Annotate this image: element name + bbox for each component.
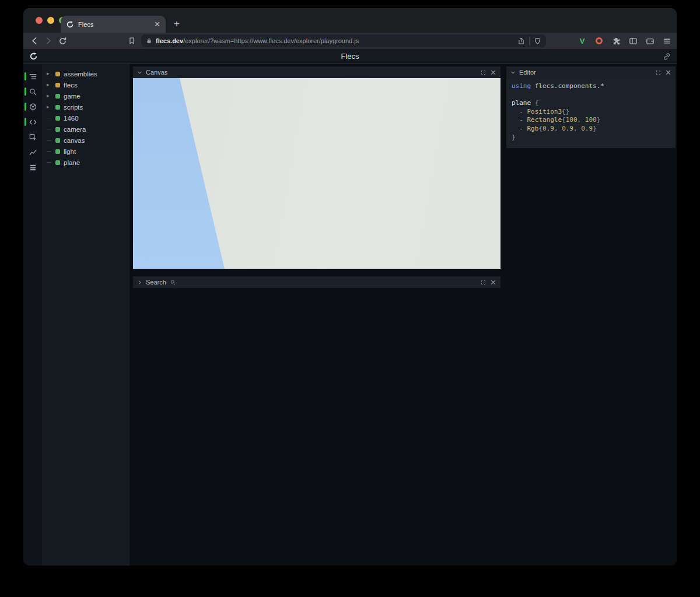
entity-label: camera — [64, 126, 86, 133]
browser-window: Flecs ✕ + flecs.dev/explorer/?wasm=https… — [23, 8, 677, 566]
code-line: plane { — [512, 99, 670, 108]
tab-favicon-flecs-logo-icon — [66, 20, 74, 29]
extensions-cluster: V — [577, 33, 672, 49]
close-icon[interactable]: ✕ — [665, 69, 671, 76]
canvas-panel-title: Canvas — [146, 69, 167, 76]
tab-close-icon[interactable]: ✕ — [154, 20, 160, 28]
tree-item-game[interactable]: ▸game — [42, 90, 130, 101]
editor-panel: Editor ✕ using flecs.components.* plane … — [506, 66, 676, 148]
expand-chevron-icon[interactable]: ▸ — [47, 93, 52, 99]
tree-item-camera[interactable]: camera — [42, 124, 130, 135]
search-panel-title: Search — [146, 279, 166, 286]
browser-toolbar: flecs.dev/explorer/?wasm=https://www.fle… — [23, 33, 677, 49]
expand-chevron-icon[interactable]: ▸ — [47, 82, 52, 87]
editor-code[interactable]: using flecs.components.* plane { - Posit… — [506, 78, 676, 148]
chevron-down-icon[interactable] — [510, 70, 516, 75]
entity-label: assemblies — [64, 71, 97, 78]
close-icon[interactable]: ✕ — [490, 279, 496, 286]
new-tab-button[interactable]: + — [170, 17, 183, 30]
divider — [529, 37, 530, 45]
tree-item-canvas[interactable]: canvas — [42, 135, 130, 146]
code-line: } — [512, 134, 670, 142]
chevron-down-icon[interactable] — [137, 70, 142, 75]
entity-label: game — [64, 93, 80, 100]
rail-search-icon[interactable] — [23, 84, 42, 99]
tree-item-plane[interactable]: plane — [42, 157, 130, 168]
code-line: using flecs.components.* — [512, 82, 670, 91]
tree-item-flecs[interactable]: ▸flecs — [42, 79, 130, 90]
fullscreen-icon[interactable] — [655, 69, 662, 76]
canvas-sky-region — [133, 78, 501, 269]
rail-inspector-icon[interactable] — [23, 129, 42, 145]
tree-item-scripts[interactable]: ▸scripts — [42, 101, 130, 113]
close-window-button[interactable] — [36, 17, 43, 24]
forward-button[interactable] — [41, 34, 55, 48]
rail-stats-icon[interactable] — [23, 160, 42, 175]
search-panel-header[interactable]: Search ✕ — [133, 276, 501, 288]
reload-button[interactable] — [55, 34, 69, 48]
url-text: flecs.dev/explorer/?wasm=https://www.fle… — [156, 37, 514, 44]
chevron-right-icon[interactable] — [137, 280, 142, 285]
expand-chevron-icon[interactable]: ▸ — [47, 71, 52, 76]
extension-red-icon[interactable] — [594, 36, 604, 46]
icon-rail — [23, 64, 42, 566]
address-bar[interactable]: flecs.dev/explorer/?wasm=https://www.fle… — [141, 34, 546, 47]
search-magnifier-icon — [170, 279, 176, 286]
canvas-panel-header[interactable]: Canvas ✕ — [133, 66, 501, 78]
search-panel: Search ✕ — [133, 276, 501, 288]
close-icon[interactable]: ✕ — [490, 69, 496, 76]
brave-shield-icon[interactable] — [534, 37, 541, 45]
entity-color-square — [55, 116, 60, 121]
tree-item-1460[interactable]: 1460 — [42, 113, 130, 124]
share-icon[interactable] — [517, 37, 525, 45]
address-bar-actions — [517, 37, 541, 45]
sidebar-toggle-icon[interactable] — [628, 36, 638, 46]
fullscreen-icon[interactable] — [480, 279, 487, 286]
rail-chart-icon[interactable] — [23, 145, 42, 160]
entity-color-square — [55, 149, 60, 154]
rail-cube-icon[interactable] — [23, 99, 42, 114]
app-header: Flecs — [23, 49, 677, 64]
tab-strip: Flecs ✕ + — [23, 8, 677, 33]
flecs-explorer-app: Flecs — [23, 49, 677, 566]
tree-item-assemblies[interactable]: ▸assemblies — [42, 68, 130, 79]
expand-chevron-icon[interactable]: ▸ — [47, 104, 52, 110]
entity-color-square — [55, 72, 60, 76]
entity-color-square — [55, 127, 60, 132]
entity-color-square — [55, 105, 60, 110]
bookmark-icon[interactable] — [125, 34, 139, 48]
entity-label: 1460 — [64, 115, 79, 122]
main-area: Canvas ✕ — [130, 64, 677, 566]
share-link-icon[interactable] — [663, 52, 671, 61]
browser-tab[interactable]: Flecs ✕ — [61, 16, 166, 33]
code-line: - Position3{} — [512, 108, 670, 117]
rail-code-icon[interactable] — [23, 114, 42, 129]
canvas-3d-viewport[interactable] — [133, 78, 501, 269]
lock-icon — [146, 37, 152, 44]
entity-color-square — [55, 94, 60, 99]
extensions-puzzle-icon[interactable] — [611, 36, 621, 46]
entity-label: canvas — [64, 137, 85, 144]
editor-panel-header[interactable]: Editor ✕ — [506, 66, 676, 78]
canvas-panel: Canvas ✕ — [133, 66, 501, 269]
wallet-icon[interactable] — [645, 36, 655, 46]
app-title: Flecs — [23, 52, 677, 61]
back-button[interactable] — [27, 34, 41, 48]
entity-color-square — [55, 138, 60, 143]
entity-label: scripts — [64, 104, 83, 111]
entity-color-square — [55, 160, 60, 165]
minimize-window-button[interactable] — [47, 17, 54, 24]
app-body: ▸assemblies▸flecs▸game▸scripts1460camera… — [23, 64, 677, 566]
editor-panel-title: Editor — [519, 69, 536, 76]
fullscreen-icon[interactable] — [480, 69, 487, 76]
code-line — [512, 91, 670, 100]
tab-title: Flecs — [78, 21, 150, 28]
menu-hamburger-icon[interactable] — [662, 36, 672, 46]
entity-label: light — [64, 148, 76, 155]
extension-v-icon[interactable]: V — [577, 36, 587, 46]
url-domain: flecs.dev — [156, 37, 183, 44]
entity-color-square — [55, 83, 60, 87]
tree-item-light[interactable]: light — [42, 146, 130, 157]
rail-tree-icon[interactable] — [23, 69, 42, 84]
code-line: - Rgb{0.9, 0.9, 0.9} — [512, 125, 670, 134]
